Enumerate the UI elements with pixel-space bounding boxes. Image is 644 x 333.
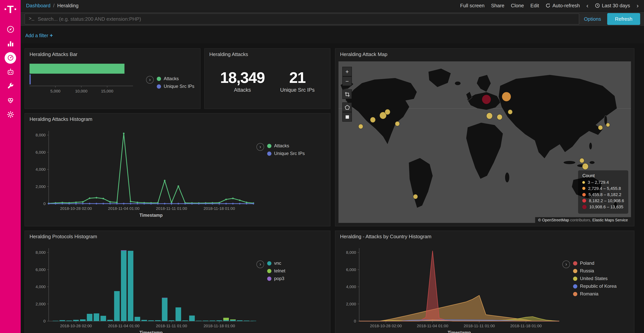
map-legend-label: 8,182.2 – 10,908.6 xyxy=(589,198,624,203)
legend-item[interactable]: Unique Src IPs xyxy=(157,84,194,89)
legend-color-dot-icon xyxy=(573,261,577,265)
legend-item[interactable]: telnet xyxy=(267,268,286,273)
svg-text:4,000: 4,000 xyxy=(36,167,46,171)
fit-bounds-button[interactable] xyxy=(342,89,352,99)
attack-marker[interactable] xyxy=(508,110,512,114)
legend-item[interactable]: Russia xyxy=(573,268,616,273)
legend-color-dot-icon xyxy=(573,284,577,288)
draw-polygon-button[interactable] xyxy=(342,102,352,112)
legend-label: Attacks xyxy=(164,76,179,81)
add-filter-button[interactable]: Add a filter+ xyxy=(25,32,53,38)
zoom-out-button[interactable]: − xyxy=(342,76,352,86)
legend-collapse-chevron-icon[interactable]: › xyxy=(256,143,264,151)
wrench-icon xyxy=(6,82,14,90)
full-screen-button[interactable]: Full screen xyxy=(460,3,484,9)
map-legend-item: 8,182.2 – 10,908.6 xyxy=(582,198,624,203)
time-range-picker[interactable]: Last 30 days xyxy=(595,3,630,9)
legend-color-dot-icon xyxy=(573,269,577,273)
zoom-in-button[interactable]: + xyxy=(342,67,352,76)
attack-marker[interactable] xyxy=(370,117,376,123)
draw-rectangle-button[interactable] xyxy=(342,112,352,122)
sidebar-item-dev-tools[interactable] xyxy=(0,79,21,93)
options-link[interactable]: Options xyxy=(584,16,601,22)
legend-color-dot-icon xyxy=(573,292,577,296)
svg-text:2018-10-28 02:00: 2018-10-28 02:00 xyxy=(60,206,92,211)
panel-title: Heralding Attacks Bar xyxy=(25,49,200,60)
svg-text:2,000: 2,000 xyxy=(346,302,356,306)
legend-label: Poland xyxy=(580,260,594,266)
query-bar: >_ Options Refresh xyxy=(21,12,644,27)
clock-icon xyxy=(595,3,600,8)
legend-item[interactable]: Republic of Korea xyxy=(573,283,616,289)
metric-row: 18,349 Attacks 21 Unique Src IPs xyxy=(205,60,330,93)
logo-dot-left xyxy=(5,9,6,10)
legend-item[interactable]: Attacks xyxy=(267,143,305,148)
legend-label: telnet xyxy=(274,268,286,273)
panel-attacks-bar: Heralding Attacks Bar 5,00010,00015,000 … xyxy=(24,48,200,109)
share-button[interactable]: Share xyxy=(491,3,504,9)
sidebar-item-management[interactable] xyxy=(0,107,21,122)
legend-item[interactable]: Poland xyxy=(573,260,616,266)
clone-button[interactable]: Clone xyxy=(511,3,524,9)
legend-color-dot-icon xyxy=(267,269,272,273)
attack-marker[interactable] xyxy=(482,95,491,104)
sidebar-item-attack-analyzer[interactable] xyxy=(0,65,21,79)
panel-country-histogram: Heralding - Attacks by Country Histogram… xyxy=(335,231,634,333)
attack-marker[interactable] xyxy=(358,124,363,129)
attack-marker[interactable] xyxy=(497,114,502,120)
edit-button[interactable]: Edit xyxy=(530,3,539,9)
legend-collapse-chevron-icon[interactable]: › xyxy=(562,260,570,268)
attack-marker[interactable] xyxy=(598,125,603,130)
legend-item[interactable]: Attacks xyxy=(157,76,194,81)
svg-text:Timestamp: Timestamp xyxy=(448,330,471,333)
attack-marker[interactable] xyxy=(582,163,588,170)
svg-text:2018-11-11 01:00: 2018-11-11 01:00 xyxy=(464,323,495,328)
sidebar-item-dashboard[interactable] xyxy=(0,51,21,65)
attack-marker[interactable] xyxy=(395,121,400,126)
attack-marker[interactable] xyxy=(606,123,610,127)
metric-attacks: 18,349 Attacks xyxy=(220,69,265,93)
legend-label: Attacks xyxy=(274,143,289,148)
sidebar-item-monitoring[interactable] xyxy=(0,93,21,107)
attack-marker[interactable] xyxy=(486,113,492,119)
legend-item[interactable]: pop3 xyxy=(267,276,286,281)
attacks-bar-chart[interactable]: 5,00010,00015,000 xyxy=(29,61,141,108)
country-area-chart[interactable]: 02,0004,0006,0008,0002018-10-28 02:00201… xyxy=(338,243,562,333)
openstreetmap-link[interactable]: © OpenStreetMap xyxy=(538,218,569,222)
telekom-logo[interactable]: T xyxy=(5,0,16,22)
legend-color-dot-icon xyxy=(267,276,272,281)
legend-label: Russia xyxy=(580,268,594,273)
legend-item[interactable]: Romania xyxy=(573,291,616,296)
attack-marker[interactable] xyxy=(502,92,511,101)
time-forward-chevron-icon[interactable]: › xyxy=(636,3,639,8)
legend-item[interactable]: vnc xyxy=(267,260,286,266)
protocols-bar-chart[interactable]: 02,0004,0006,0008,0002018-10-28 02:00201… xyxy=(27,243,256,333)
refresh-button[interactable]: Refresh xyxy=(607,13,640,25)
map-count-legend: Count 3 – 2,729.42,729.4 – 5,455.85,455.… xyxy=(578,170,628,214)
legend-collapse-chevron-icon[interactable]: › xyxy=(146,76,154,84)
svg-text:Timestamp: Timestamp xyxy=(139,330,162,333)
time-back-chevron-icon[interactable]: ‹ xyxy=(586,3,588,8)
legend: › PolandRussiaUnited StatesRepublic of K… xyxy=(562,243,616,333)
legend-label: pop3 xyxy=(274,276,284,281)
attack-marker[interactable] xyxy=(580,158,584,163)
legend-item[interactable]: United States xyxy=(573,276,616,281)
polygon-icon xyxy=(344,105,350,110)
legend-item[interactable]: Unique Src IPs xyxy=(267,151,305,156)
map-legend-dot-icon xyxy=(582,199,586,203)
attacks-line-chart[interactable]: 02,0004,0006,0008,0002018-10-28 02:00201… xyxy=(27,125,256,222)
indonesia-3 xyxy=(590,161,595,164)
breadcrumb-dashboard[interactable]: Dashboard xyxy=(26,3,50,9)
panel-title: Heralding Attacks Histogram xyxy=(25,114,330,125)
sidebar-item-visualize[interactable] xyxy=(0,37,21,51)
world-map[interactable]: + − Count xyxy=(338,61,631,223)
sidebar-item-discover[interactable] xyxy=(0,22,21,37)
attack-marker[interactable] xyxy=(385,109,390,115)
auto-refresh-button[interactable]: Auto-refresh xyxy=(546,3,580,9)
search-input[interactable] xyxy=(38,16,575,22)
attack-marker[interactable] xyxy=(413,194,418,199)
top-navbar: Dashboard / Heralding Full screen Share … xyxy=(21,0,644,12)
legend: › AttacksUnique Src IPs xyxy=(146,61,194,108)
elastic-maps-link[interactable]: Elastic Maps Service xyxy=(592,218,628,222)
legend-collapse-chevron-icon[interactable]: › xyxy=(256,260,264,268)
